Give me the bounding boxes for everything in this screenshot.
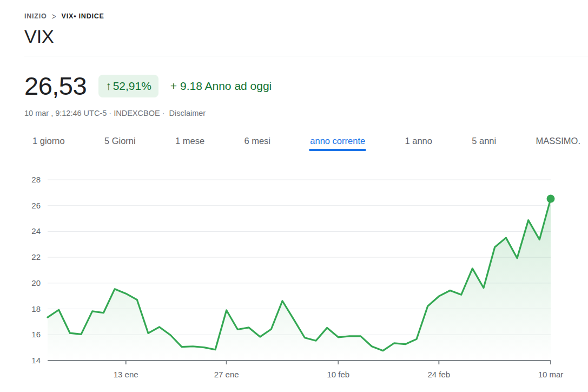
breadcrumb: INIZIO > VIX• INDICE bbox=[24, 12, 104, 21]
svg-text:22: 22 bbox=[31, 252, 41, 262]
svg-text:24 feb: 24 feb bbox=[427, 370, 450, 379]
price-value: 26,53 bbox=[24, 72, 87, 100]
svg-text:20: 20 bbox=[31, 278, 41, 288]
svg-text:10 feb: 10 feb bbox=[327, 370, 349, 379]
quote-meta-text: 10 mar , 9:12:46 UTC-5 · INDEXCBOE · bbox=[24, 109, 164, 117]
price-chart-svg: 141618202224262813 ene27 ene10 feb24 feb… bbox=[0, 168, 588, 392]
header-divider bbox=[24, 56, 588, 56]
svg-text:27 ene: 27 ene bbox=[214, 370, 239, 379]
price-chart[interactable]: 141618202224262813 ene27 ene10 feb24 feb… bbox=[0, 168, 588, 392]
breadcrumb-current: VIX• INDICE bbox=[62, 12, 104, 20]
svg-text:28: 28 bbox=[31, 175, 41, 184]
tab-1-mese[interactable]: 1 mese bbox=[174, 135, 206, 151]
change-percent-badge: ↑ 52,91% bbox=[98, 75, 158, 97]
tab-massimo[interactable]: MASSIMO. bbox=[534, 135, 582, 151]
quote-row: 26,53 ↑ 52,91% + 9.18 Anno ad oggi bbox=[24, 72, 272, 100]
tab-5-giorni[interactable]: 5 Giorni bbox=[103, 135, 137, 151]
chevron-right-icon: > bbox=[52, 11, 57, 21]
svg-text:10 mar: 10 mar bbox=[538, 370, 564, 379]
svg-text:13 ene: 13 ene bbox=[114, 370, 138, 379]
disclaimer-link[interactable]: Disclaimer bbox=[169, 109, 206, 117]
svg-text:16: 16 bbox=[31, 330, 41, 339]
time-range-tabs: 1 giorno 5 Giorni 1 mese 6 mesi anno cor… bbox=[31, 135, 582, 151]
tab-anno-corrente[interactable]: anno corrente bbox=[309, 135, 366, 151]
tab-1-anno[interactable]: 1 anno bbox=[404, 135, 433, 151]
svg-text:24: 24 bbox=[31, 226, 41, 236]
svg-text:18: 18 bbox=[31, 304, 41, 313]
svg-text:14: 14 bbox=[31, 356, 41, 365]
tab-1-giorno[interactable]: 1 giorno bbox=[31, 135, 66, 151]
change-percent-value: 52,91% bbox=[113, 80, 151, 93]
tab-6-mesi[interactable]: 6 mesi bbox=[243, 135, 272, 151]
arrow-up-icon: ↑ bbox=[105, 80, 111, 93]
svg-text:26: 26 bbox=[31, 201, 41, 210]
breadcrumb-home-link[interactable]: INIZIO bbox=[24, 12, 47, 20]
finance-page: INIZIO > VIX• INDICE VIX 26,53 ↑ 52,91% … bbox=[0, 0, 588, 392]
change-summary: + 9.18 Anno ad oggi bbox=[170, 80, 272, 93]
quote-meta: 10 mar , 9:12:46 UTC-5 · INDEXCBOE · Dis… bbox=[24, 109, 206, 117]
tab-5-anni[interactable]: 5 anni bbox=[471, 135, 497, 151]
page-title: VIX bbox=[24, 26, 54, 47]
